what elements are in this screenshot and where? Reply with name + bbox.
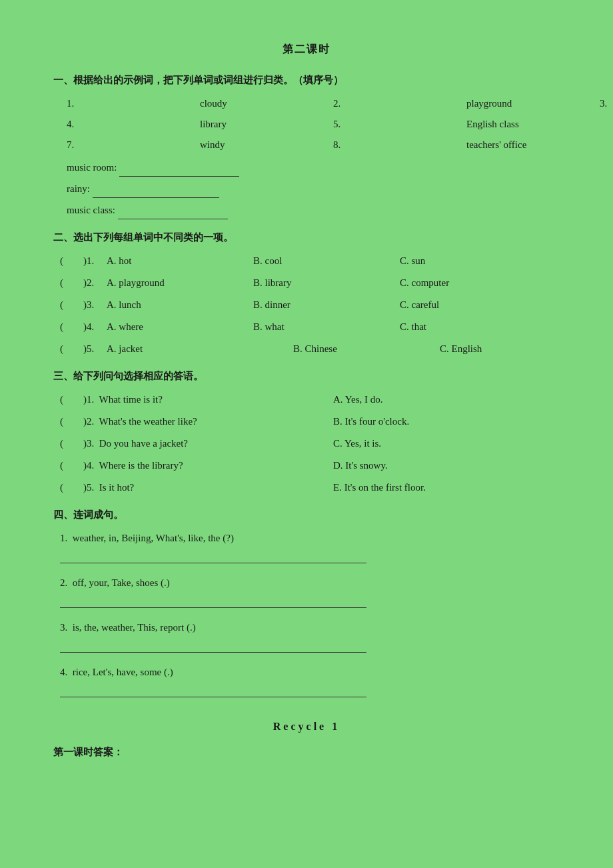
fill-music-room: music room: bbox=[67, 158, 560, 177]
word-row-3: 7. windy 8. teachers' office 9. PE class bbox=[67, 136, 560, 154]
choice-row-1: ( ) 1. A. hot B. cool C. sun bbox=[60, 252, 560, 270]
word-7-text: windy bbox=[200, 136, 333, 154]
match-row-1: ( ) 1. What time is it? A. Yes, I do. bbox=[60, 391, 560, 409]
word-8-text: teachers' office bbox=[466, 136, 613, 154]
sentence-3: 3. is, the, weather, This, report (.) bbox=[60, 619, 560, 637]
section2-title: 二、选出下列每组单词中不同类的一项。 bbox=[53, 229, 560, 247]
choice-row-4: ( ) 4. A. where B. what C. that bbox=[60, 318, 560, 336]
word-row-1: 1. cloudy 2. playground 3. sunny bbox=[67, 95, 560, 113]
bracket-2: ( ) bbox=[60, 274, 87, 292]
fill-music-class: music class: bbox=[67, 201, 560, 219]
word-row-2: 4. library 5. English class 6. art room bbox=[67, 115, 560, 133]
choice-row-5: ( ) 5. A. jacket B. Chinese C. English bbox=[60, 340, 560, 358]
sentence-1: 1. weather, in, Beijing, What's, like, t… bbox=[60, 529, 560, 547]
sentence-4: 4. rice, Let's, have, some (.) bbox=[60, 663, 560, 681]
word-8-num: 8. bbox=[333, 136, 466, 154]
match-row-3: ( ) 3. Do you have a jacket? C. Yes, it … bbox=[60, 435, 560, 453]
word-1: 1. bbox=[67, 95, 200, 113]
match-row-4: ( ) 4. Where is the library? D. It's sno… bbox=[60, 457, 560, 475]
section3-title: 三、给下列问句选择相应的答语。 bbox=[53, 367, 560, 385]
choice-row-2: ( ) 2. A. playground B. library C. compu… bbox=[60, 274, 560, 292]
word-2-num: 2. bbox=[333, 95, 466, 113]
match-row-2: ( ) 2. What's the weather like? B. It's … bbox=[60, 413, 560, 431]
bracket-1: ( ) bbox=[60, 252, 87, 270]
word-5-num: 5. bbox=[333, 115, 466, 133]
answer-line-2 bbox=[60, 595, 366, 608]
sentence-2: 2. off, your, Take, shoes (.) bbox=[60, 574, 560, 592]
fill-rainy: rainy: bbox=[67, 179, 560, 198]
match-row-5: ( ) 5. Is it hot? E. It's on the first f… bbox=[60, 479, 560, 497]
word-4-text: library bbox=[200, 115, 333, 133]
answer-line-3 bbox=[60, 639, 366, 653]
word-3-num: 3. bbox=[600, 95, 613, 113]
word-4-num: 4. bbox=[67, 115, 200, 133]
choice-row-3: ( ) 3. A. lunch B. dinner C. careful bbox=[60, 296, 560, 314]
word-1-text: cloudy bbox=[200, 95, 333, 113]
bracket-5: ( ) bbox=[60, 340, 87, 358]
answer-line-1 bbox=[60, 550, 366, 563]
word-7-num: 7. bbox=[67, 136, 200, 154]
bracket-4: ( ) bbox=[60, 318, 87, 336]
answer-section: 第一课时答案： bbox=[53, 743, 560, 761]
recycle-title: Recycle 1 bbox=[53, 717, 560, 737]
answer-line-4 bbox=[60, 684, 366, 697]
word-5-text: English class bbox=[466, 115, 613, 133]
word-2-text: playground bbox=[466, 95, 600, 113]
section1-title: 一、根据给出的示例词，把下列单词或词组进行归类。（填序号） bbox=[53, 71, 560, 89]
section4-title: 四、连词成句。 bbox=[53, 506, 560, 524]
page-title: 第二课时 bbox=[53, 40, 560, 59]
bracket-3: ( ) bbox=[60, 296, 87, 314]
